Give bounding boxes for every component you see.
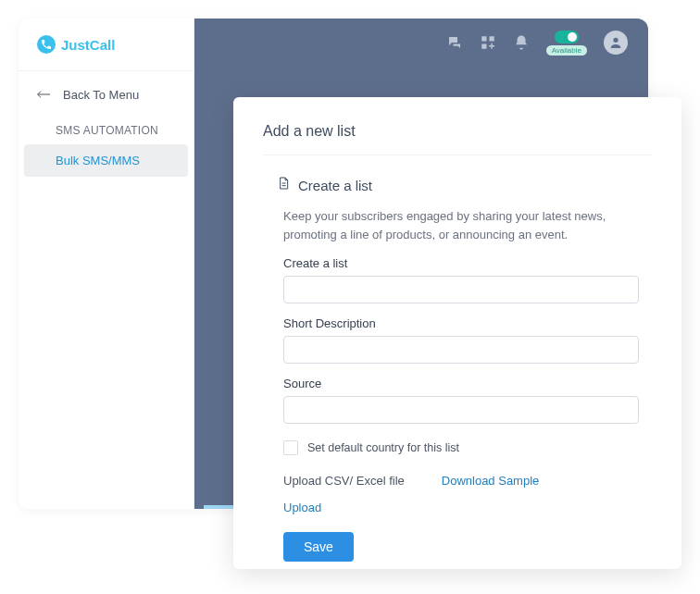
toggle-icon <box>555 31 579 43</box>
sidebar-item-bulk-sms[interactable]: Bulk SMS/MMS <box>24 144 188 177</box>
short-description-label: Short Description <box>283 316 639 330</box>
list-name-label: Create a list <box>283 256 639 270</box>
apps-icon[interactable] <box>480 34 496 51</box>
upload-file-label: Upload CSV/ Excel file <box>283 474 405 488</box>
status-label: Available <box>546 45 587 56</box>
modal-title: Add a new list <box>263 123 652 155</box>
save-button[interactable]: Save <box>283 532 354 562</box>
availability-status[interactable]: Available <box>546 31 587 56</box>
default-country-checkbox[interactable] <box>283 440 298 455</box>
back-to-menu[interactable]: Back To Menu <box>19 71 194 113</box>
svg-point-3 <box>613 38 618 43</box>
upload-link[interactable]: Upload <box>283 501 321 514</box>
source-input[interactable] <box>283 396 639 424</box>
brand: JustCall <box>19 19 194 71</box>
sidebar-section-label: SMS AUTOMATION <box>19 113 194 144</box>
chat-icon[interactable] <box>446 34 463 51</box>
avatar[interactable] <box>604 31 628 55</box>
brand-name: JustCall <box>61 37 115 53</box>
svg-rect-2 <box>481 44 486 49</box>
sidebar: JustCall Back To Menu SMS AUTOMATION Bul… <box>19 19 194 509</box>
source-label: Source <box>283 377 639 390</box>
topbar: Available <box>194 19 648 67</box>
list-name-input[interactable] <box>283 276 639 303</box>
create-list-form: Create a list Short Description Source S… <box>283 256 639 562</box>
modal-description: Keep your subscribers engaged by sharing… <box>283 207 639 243</box>
svg-rect-0 <box>481 36 486 41</box>
svg-rect-1 <box>489 36 494 41</box>
back-label: Back To Menu <box>63 88 139 102</box>
upload-row: Upload CSV/ Excel file Download Sample <box>283 474 639 488</box>
short-description-input[interactable] <box>283 336 639 364</box>
default-country-label: Set default country for this list <box>307 441 459 454</box>
arrow-left-icon <box>37 88 52 102</box>
create-list-heading-text: Create a list <box>298 178 372 193</box>
add-list-modal: Add a new list Create a list Keep your s… <box>233 97 681 569</box>
bell-icon[interactable] <box>513 34 530 51</box>
create-list-heading: Create a list <box>276 176 652 194</box>
phone-icon <box>37 35 56 54</box>
download-sample-link[interactable]: Download Sample <box>442 474 540 488</box>
document-icon <box>276 176 291 194</box>
default-country-row[interactable]: Set default country for this list <box>283 440 639 455</box>
